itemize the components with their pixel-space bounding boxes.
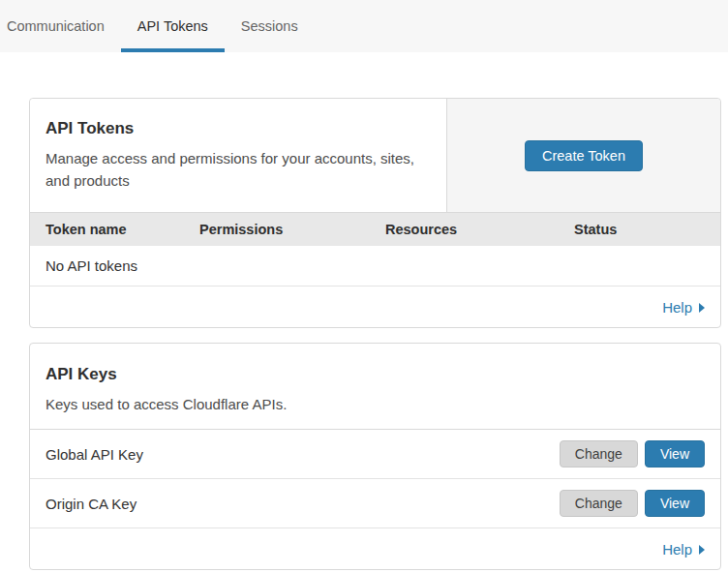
api-keys-help-label: Help bbox=[662, 541, 692, 558]
api-key-label: Origin CA Key bbox=[46, 496, 136, 512]
api-keys-help-link[interactable]: Help bbox=[662, 541, 705, 558]
api-tokens-help-label: Help bbox=[662, 299, 692, 316]
api-keys-title: API Keys bbox=[46, 365, 705, 384]
help-arrow-icon bbox=[699, 303, 705, 313]
token-table-header-row: Token name Permissions Resources Status bbox=[30, 212, 720, 246]
api-keys-card-footer: Help bbox=[30, 528, 720, 569]
create-token-button[interactable]: Create Token bbox=[525, 140, 643, 171]
global-api-key-view-button[interactable]: View bbox=[645, 440, 705, 467]
help-arrow-icon bbox=[699, 545, 705, 555]
tab-communication[interactable]: Communication bbox=[0, 0, 121, 52]
api-tokens-card-header: API Tokens Manage access and permissions… bbox=[30, 99, 720, 212]
api-tokens-card-header-text: API Tokens Manage access and permissions… bbox=[30, 99, 446, 212]
api-keys-description: Keys used to access Cloudflare APIs. bbox=[46, 393, 705, 415]
token-table-header-status: Status bbox=[574, 222, 705, 237]
tab-bar: Communication API Tokens Sessions bbox=[0, 0, 728, 52]
token-table-header-permissions: Permissions bbox=[199, 222, 385, 237]
api-key-row-global: Global API Key Change View bbox=[30, 430, 720, 479]
api-keys-card-header: API Keys Keys used to access Cloudflare … bbox=[30, 344, 720, 430]
api-key-label: Global API Key bbox=[46, 446, 143, 463]
api-tokens-help-link[interactable]: Help bbox=[662, 299, 705, 316]
token-table-empty-message: No API tokens bbox=[46, 257, 137, 274]
api-tokens-description: Manage access and permissions for your a… bbox=[46, 147, 431, 193]
api-tokens-card: API Tokens Manage access and permissions… bbox=[29, 98, 721, 328]
api-tokens-title: API Tokens bbox=[46, 119, 431, 138]
tab-sessions[interactable]: Sessions bbox=[225, 0, 315, 52]
api-key-row-origin-ca: Origin CA Key Change View bbox=[30, 479, 720, 528]
api-keys-card: API Keys Keys used to access Cloudflare … bbox=[29, 343, 721, 570]
api-tokens-card-footer: Help bbox=[30, 286, 720, 327]
token-table-header-token-name: Token name bbox=[46, 222, 199, 237]
token-table-empty-row: No API tokens bbox=[30, 246, 720, 286]
token-table-header-resources: Resources bbox=[385, 222, 574, 237]
api-tokens-card-action-panel: Create Token bbox=[446, 99, 720, 212]
tab-api-tokens[interactable]: API Tokens bbox=[121, 0, 225, 52]
origin-ca-key-change-button[interactable]: Change bbox=[560, 490, 638, 517]
origin-ca-key-view-button[interactable]: View bbox=[645, 490, 705, 517]
global-api-key-change-button[interactable]: Change bbox=[560, 440, 638, 467]
